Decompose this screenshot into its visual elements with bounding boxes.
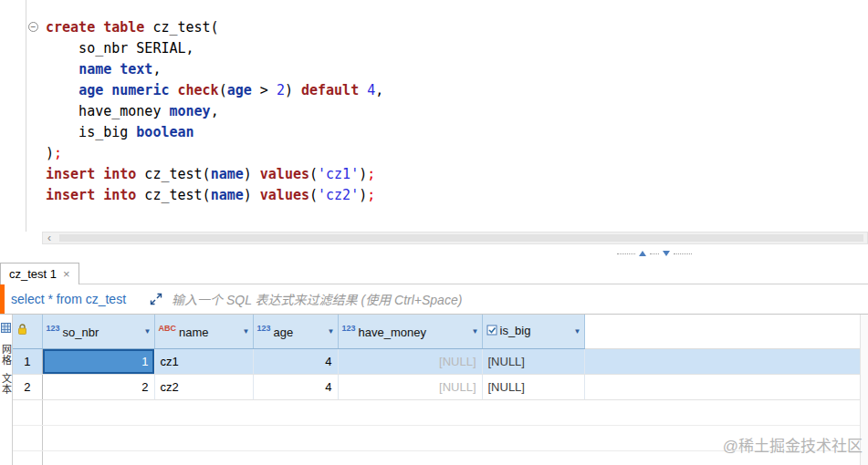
sql-editor[interactable]: − create table cz_test( so_nbr SERIAL, n… <box>0 0 868 232</box>
code-token: > <box>252 82 277 98</box>
cell-so_nbr[interactable]: 2 <box>42 374 154 399</box>
editor-hscrollbar[interactable]: ‹ <box>42 232 868 244</box>
code-token: ) <box>359 187 367 203</box>
column-header-age[interactable]: 123age▼ <box>253 315 338 348</box>
boolean-type-icon <box>486 325 497 338</box>
dbeaver-window: − create table cz_test( so_nbr SERIAL, n… <box>0 0 868 465</box>
sash-grip[interactable] <box>617 253 635 254</box>
code-token: ) <box>285 82 301 98</box>
code-token: have_money <box>46 103 169 119</box>
column-header-have_money[interactable]: 123have_money▼ <box>338 315 482 348</box>
code-token: money <box>169 103 210 119</box>
cell-is_big[interactable]: [NULL] <box>482 348 584 374</box>
maximize-panel-icon[interactable] <box>639 251 646 256</box>
row-filler <box>584 374 860 399</box>
cell-age[interactable]: 4 <box>253 374 338 399</box>
row-number-empty <box>13 425 42 450</box>
filter-query-text[interactable]: select * from cz_test <box>11 292 126 306</box>
presentation-switcher: 网格 文本 <box>0 315 13 465</box>
hscrollbar-thumb[interactable] <box>59 234 863 242</box>
panel-sash[interactable] <box>0 244 868 263</box>
code-token <box>46 61 78 78</box>
code-area[interactable]: create table cz_test( so_nbr SERIAL, nam… <box>46 17 383 206</box>
sash-collapse-controls <box>617 251 692 256</box>
column-filter-dropdown-icon[interactable]: ▼ <box>144 327 152 336</box>
column-filter-dropdown-icon[interactable]: ▼ <box>472 327 479 336</box>
code-line[interactable]: have_money money, <box>46 101 383 122</box>
column-filter-dropdown-icon[interactable]: ▼ <box>328 327 335 336</box>
code-line[interactable]: create table cz_test( <box>46 17 383 38</box>
tab-cz-test-1[interactable]: cz_test 1 × <box>0 263 79 284</box>
code-token: values <box>260 166 309 182</box>
code-line[interactable]: ); <box>46 143 383 164</box>
column-header-is_big[interactable]: is_big▼ <box>482 315 584 348</box>
active-panel-indicator <box>0 284 5 314</box>
sash-grip[interactable] <box>674 253 692 254</box>
sash-grip[interactable] <box>650 253 659 254</box>
code-token: insert into <box>46 187 136 203</box>
code-token: is_big <box>46 124 136 140</box>
expand-filter-icon[interactable] <box>150 293 162 305</box>
code-token: ) <box>244 166 260 182</box>
tab-text-view[interactable]: 文本 <box>0 373 14 395</box>
code-line[interactable]: so_nbr SERIAL, <box>46 38 383 59</box>
code-token: text <box>120 61 152 78</box>
row-number-empty <box>13 450 42 465</box>
code-token: cz_test( <box>144 19 218 36</box>
code-token <box>111 61 120 78</box>
code-token: age <box>227 82 252 98</box>
code-line[interactable]: insert into cz_test(name) values('cz1'); <box>46 164 383 185</box>
column-filter-dropdown-icon[interactable]: ▼ <box>243 327 250 336</box>
cell-name[interactable]: cz2 <box>154 374 253 399</box>
code-token: ; <box>367 166 375 182</box>
column-header-name[interactable]: ABCname▼ <box>154 315 253 348</box>
grid-corner-cell[interactable] <box>13 315 42 348</box>
row-number[interactable]: 2 <box>13 374 42 399</box>
cell-name[interactable]: cz1 <box>154 348 253 374</box>
type-icon-123: 123 <box>342 324 356 333</box>
editor-annotation-ruler <box>0 0 26 232</box>
watermark: @稀土掘金技术社区 <box>723 433 863 456</box>
grid-row: 22cz24[NULL][NULL] <box>13 374 860 399</box>
code-token: age <box>78 82 103 98</box>
tab-grid-view[interactable]: 网格 <box>0 344 14 366</box>
filter-placeholder[interactable]: 输入一个 SQL 表达式来过滤结果 (使用 Ctrl+Space) <box>172 290 462 308</box>
cell-age[interactable]: 4 <box>253 348 338 374</box>
code-token: name <box>78 61 111 78</box>
code-token <box>359 82 367 98</box>
minimize-panel-icon[interactable] <box>663 251 670 256</box>
code-line[interactable]: insert into cz_test(name) values('cz2'); <box>46 185 383 206</box>
tab-close-icon[interactable]: × <box>63 268 70 280</box>
scroll-left-icon[interactable]: ‹ <box>47 232 51 243</box>
column-label: is_big <box>500 324 531 337</box>
code-token: 2 <box>277 82 285 98</box>
filter-bar: select * from cz_test 输入一个 SQL 表达式来过滤结果 … <box>0 284 868 315</box>
code-token: numeric <box>111 82 169 98</box>
code-token: ( <box>219 82 227 98</box>
code-line[interactable]: age numeric check(age > 2) default 4, <box>46 80 383 101</box>
code-line[interactable]: name text, <box>46 59 383 80</box>
code-token <box>46 82 78 98</box>
column-filter-dropdown-icon[interactable]: ▼ <box>574 327 581 336</box>
code-token: , <box>375 82 383 98</box>
column-header-so_nbr[interactable]: 123so_nbr▼ <box>42 315 154 348</box>
cell-is_big[interactable]: [NULL] <box>482 374 584 399</box>
cell-so_nbr[interactable]: 1 <box>42 348 154 374</box>
row-number[interactable]: 1 <box>13 348 42 374</box>
code-token: 'cz2' <box>318 187 359 203</box>
fold-collapse-icon[interactable]: − <box>28 22 38 32</box>
cell-have_money[interactable]: [NULL] <box>338 374 482 399</box>
code-token: cz_test( <box>136 166 210 182</box>
code-line[interactable]: is_big boolean <box>46 122 383 143</box>
column-label: so_nbr <box>63 326 99 339</box>
cell-have_money[interactable]: [NULL] <box>338 348 482 374</box>
code-token: boolean <box>136 124 193 140</box>
code-token: so_nbr SERIAL, <box>46 40 194 57</box>
code-token: name <box>211 187 244 203</box>
code-token <box>103 82 111 98</box>
header-filler <box>584 315 860 348</box>
code-token: default <box>301 82 359 98</box>
code-token: create table <box>46 19 144 36</box>
grid-view-icon[interactable] <box>1 320 11 336</box>
code-token <box>169 82 177 98</box>
